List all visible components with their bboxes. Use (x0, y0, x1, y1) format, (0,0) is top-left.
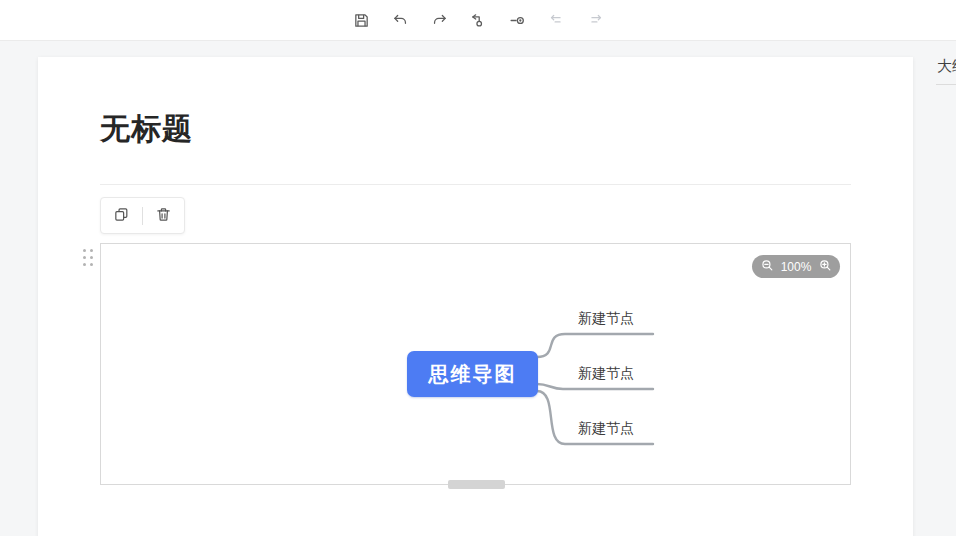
mindmap-child-node-1[interactable]: 新建节点 (551, 308, 661, 328)
redo-arrow-icon (431, 12, 448, 29)
add-node-button[interactable] (506, 9, 528, 31)
undo-arrow-icon (392, 12, 409, 29)
delete-block-button[interactable] (143, 198, 184, 233)
outline-panel-title: 大纲 (937, 57, 956, 76)
zoom-out-button[interactable] (760, 260, 774, 274)
mindmap-child-node-2[interactable]: 新建节点 (551, 363, 661, 383)
redo-button[interactable] (428, 9, 450, 31)
block-toolbar (100, 197, 185, 234)
indent-node-button[interactable] (584, 9, 606, 31)
add-child-node-button[interactable] (467, 9, 489, 31)
line-with-dot-icon (509, 12, 526, 29)
arrow-left-lines-icon (548, 12, 565, 29)
mindmap-root-node[interactable]: 思维导图 (407, 351, 538, 397)
copy-block-button[interactable] (101, 198, 142, 233)
zoom-level-value: 100% (780, 260, 812, 274)
trash-icon (155, 206, 172, 226)
zoom-control: 100% (752, 255, 840, 278)
title-divider (100, 184, 851, 185)
zoom-in-button[interactable] (818, 260, 832, 274)
top-toolbar (0, 0, 956, 41)
undo-button[interactable] (389, 9, 411, 31)
document-card: 无标题 (38, 57, 913, 536)
canvas-resize-handle[interactable] (448, 480, 505, 489)
block-drag-handle[interactable] (81, 247, 95, 268)
magnifier-minus-icon (761, 259, 774, 275)
document-title[interactable]: 无标题 (100, 109, 800, 150)
outline-panel-divider (936, 84, 956, 85)
floppy-disk-icon (353, 12, 370, 29)
outdent-node-button[interactable] (545, 9, 567, 31)
magnifier-plus-icon (819, 259, 832, 275)
save-button[interactable] (350, 9, 372, 31)
mindmap-canvas[interactable]: 思维导图 新建节点 新建节点 新建节点 100% (100, 243, 851, 485)
mindmap-child-node-3[interactable]: 新建节点 (551, 418, 661, 438)
branch-with-node-icon (470, 12, 487, 29)
copy-icon (113, 206, 130, 226)
arrow-right-lines-icon (587, 12, 604, 29)
